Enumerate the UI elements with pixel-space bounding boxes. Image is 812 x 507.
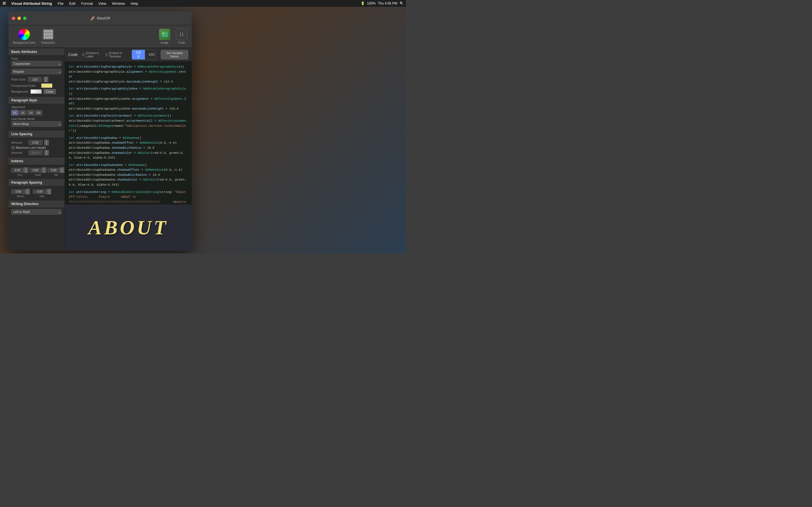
menubar: ⌘ Visual Attributed String File Edit For…: [0, 0, 406, 7]
line-break-select[interactable]: Word Wrap: [11, 121, 62, 127]
menubar-item-format[interactable]: Format: [79, 1, 95, 6]
point-size-input[interactable]: [28, 77, 42, 82]
indent-tail-stepper: ▲ ▼: [60, 167, 64, 173]
max-amount-down[interactable]: ▼: [44, 153, 49, 156]
point-size-up[interactable]: ▲: [44, 76, 48, 79]
para-after-up[interactable]: ▲: [47, 189, 51, 191]
point-size-label: Point Size:: [11, 78, 26, 81]
indent-row: ▲ ▼ First ▲ ▼: [11, 167, 62, 176]
max-line-checkbox[interactable]: [11, 146, 15, 149]
platform-ios-btn[interactable]: iOS: [145, 50, 156, 59]
align-right-btn[interactable]: [27, 110, 35, 115]
embed-textview-checkbox[interactable]: [105, 53, 108, 56]
para-before-down[interactable]: ▼: [26, 191, 30, 194]
indents-header: Indents: [8, 157, 64, 165]
embed-label-option: Embed in Label: [82, 51, 102, 58]
foreground-color-swatch[interactable]: [41, 83, 52, 88]
max-amount-up[interactable]: ▲: [44, 150, 49, 153]
line-break-label: Line Break Mode: [11, 117, 62, 121]
close-button[interactable]: [12, 17, 15, 20]
indent-tail-label: Tail: [54, 173, 58, 176]
embed-label-checkbox[interactable]: [82, 53, 85, 56]
basic-attributes-header: Basic Attributes: [8, 48, 64, 56]
para-after-field: ▲ ▼ After: [33, 189, 51, 198]
code-panel-title: Code: [68, 52, 78, 57]
writing-direction-section: Left to Right: [8, 208, 64, 218]
point-size-down[interactable]: ▼: [44, 79, 48, 82]
sidebar: Basic Attributes Font: Copperplate Regul…: [8, 48, 65, 251]
background-color-swatch[interactable]: [31, 89, 42, 94]
indent-first-stepper: ▲ ▼: [24, 167, 28, 173]
apple-menu-icon[interactable]: ⌘: [2, 1, 6, 6]
font-style-select[interactable]: Regular: [11, 69, 62, 74]
background-color-label: Background Color: [13, 41, 36, 44]
para-before-up[interactable]: ▲: [26, 189, 30, 191]
line-break-wrapper: Word Wrap: [11, 121, 62, 128]
indent-first-up[interactable]: ▲: [24, 167, 28, 170]
spacing-stepper: ▲ ▼: [44, 140, 49, 145]
align-justify-btn[interactable]: [35, 110, 42, 115]
writing-direction-select[interactable]: Left to Right: [11, 209, 62, 215]
indent-head-input[interactable]: [29, 168, 42, 173]
foreground-color-row: Foreground Color:: [11, 83, 62, 88]
clock: Thu 4:56 PM: [378, 1, 397, 5]
foreground-color-label: Foreground Color:: [11, 84, 40, 87]
color-wheel-icon: [18, 29, 30, 40]
background-color-row: Background: Clear: [11, 89, 62, 94]
max-amount-input[interactable]: [29, 150, 43, 155]
image-icon: [159, 29, 170, 40]
menubar-item-app[interactable]: Visual Attributed String: [9, 1, 54, 6]
font-family-select[interactable]: Copperplate: [11, 61, 62, 66]
paragraph-spacing-section: ▲ ▼ Before ▲ ▼: [8, 186, 64, 200]
toolbar-background-color[interactable]: Background Color: [13, 29, 36, 44]
main-window: 🚀 BlastOff Background Color Characters: [8, 11, 192, 251]
spacing-up[interactable]: ▲: [44, 140, 49, 143]
writing-direction-wrapper: Left to Right: [11, 209, 62, 216]
indent-tail-down[interactable]: ▼: [60, 170, 64, 173]
clear-button[interactable]: Clear: [43, 89, 56, 94]
point-size-row: Point Size: ▲ ▼: [11, 76, 62, 82]
main-content: Basic Attributes Font: Copperplate Regul…: [8, 48, 192, 251]
indent-first-down[interactable]: ▼: [24, 170, 28, 173]
line-spacing-header: Line Spacing: [8, 130, 64, 138]
point-size-stepper: ▲ ▼: [44, 76, 48, 82]
align-center-btn[interactable]: [19, 110, 27, 115]
indent-head-stepper: ▲ ▼: [42, 167, 46, 173]
spacing-amount-input[interactable]: [29, 140, 43, 145]
menubar-item-window[interactable]: Window: [110, 1, 127, 6]
window-title-icon: 🚀: [90, 16, 95, 20]
maximize-button[interactable]: [23, 17, 27, 20]
para-after-down[interactable]: ▼: [47, 191, 51, 194]
font-style-wrapper: Regular: [11, 69, 62, 75]
para-after-input[interactable]: [33, 189, 47, 194]
line-spacing-section: Amount: ▲ ▼ Maximum Line Height Amount:: [8, 138, 64, 157]
indent-head-up[interactable]: ▲: [42, 167, 46, 170]
align-left-btn[interactable]: [11, 110, 18, 115]
characters-icon: [43, 29, 54, 40]
para-before-stepper: ▲ ▼: [26, 189, 30, 194]
alignment-label: Alignment: [11, 105, 62, 109]
indent-first-input[interactable]: [11, 168, 24, 173]
spacing-down[interactable]: ▼: [44, 143, 49, 145]
menubar-item-help[interactable]: Help: [128, 1, 140, 6]
indent-head-down[interactable]: ▼: [42, 170, 46, 173]
minimize-button[interactable]: [17, 17, 21, 20]
font-section: Font: Copperplate Regular Point Size: ▲: [8, 56, 64, 96]
indent-tail-up[interactable]: ▲: [60, 167, 64, 170]
background-label: Background:: [11, 90, 29, 93]
para-before-input[interactable]: [11, 189, 26, 194]
set-variable-btn[interactable]: Set Variable Name: [161, 50, 188, 59]
toolbar-image[interactable]: Image: [159, 29, 170, 44]
toolbar-characters[interactable]: Characters: [41, 29, 55, 44]
indent-first-label: First: [17, 173, 22, 176]
toolbar-code[interactable]: {} Code: [176, 29, 187, 44]
menubar-item-edit[interactable]: Edit: [67, 1, 78, 6]
indent-tail-input[interactable]: [47, 168, 60, 173]
menubar-item-view[interactable]: View: [96, 1, 109, 6]
platform-buttons: OS X iOS: [132, 50, 155, 60]
menubar-item-file[interactable]: File: [55, 1, 66, 6]
para-after-label: After: [39, 195, 45, 198]
platform-osx-btn[interactable]: OS X: [132, 50, 145, 59]
search-icon[interactable]: 🔍: [400, 1, 404, 5]
svg-point-1: [163, 33, 164, 34]
